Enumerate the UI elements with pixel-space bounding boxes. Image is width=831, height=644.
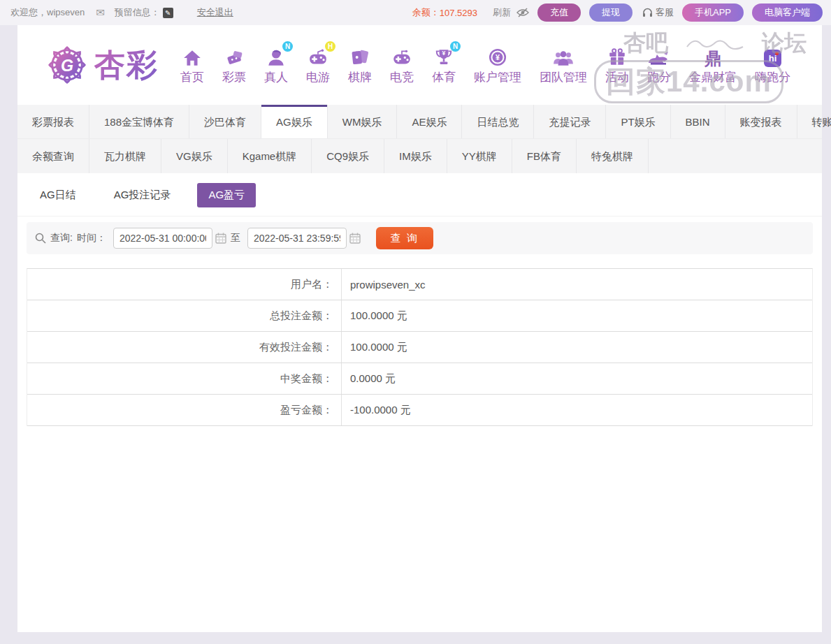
report-tabstrip: 彩票报表 188金宝博体育 沙巴体育 AG娱乐 WM娱乐 AE娱乐 日结总览 充… bbox=[17, 105, 822, 173]
tab-188-sports[interactable]: 188金宝博体育 bbox=[89, 105, 189, 138]
rhino-icon bbox=[647, 49, 671, 67]
main-card: G 杏彩 首页 彩票 N 真人 bbox=[17, 25, 822, 632]
tab-bbin[interactable]: BBIN bbox=[671, 105, 725, 138]
balance-value: 107.5293 bbox=[440, 8, 477, 18]
date-to-input[interactable] bbox=[247, 228, 347, 249]
nav-item-slots[interactable]: H 电游 bbox=[306, 45, 330, 85]
tab-yy-boardgames[interactable]: YY棋牌 bbox=[447, 139, 512, 173]
row-value: 100.0000 元 bbox=[342, 300, 407, 331]
row-label: 用户名： bbox=[27, 269, 342, 300]
service-label: 客服 bbox=[656, 6, 674, 19]
tab-ag-entertainment[interactable]: AG娱乐 bbox=[261, 105, 328, 138]
logout-link[interactable]: 安全退出 bbox=[197, 6, 233, 19]
search-panel: 查询: 时间： 至 查 询 bbox=[27, 222, 813, 254]
nav-item-home[interactable]: 首页 bbox=[180, 45, 204, 85]
nav-item-promotions[interactable]: 活动 bbox=[605, 45, 629, 85]
tab-tetu-boardgames[interactable]: 特兔棋牌 bbox=[577, 139, 649, 173]
nav-item-account[interactable]: ¥ 账户管理 bbox=[474, 45, 521, 85]
subtab-ag-bet-records[interactable]: AG投注记录 bbox=[103, 183, 182, 207]
trophy-icon: ¥ bbox=[434, 47, 454, 67]
svg-text:G: G bbox=[61, 57, 73, 75]
hi-app-icon: hi bbox=[764, 50, 781, 67]
nav-item-board-games[interactable]: 棋牌 bbox=[348, 45, 372, 85]
headset-icon bbox=[642, 8, 653, 17]
tab-fb-sports[interactable]: FB体育 bbox=[512, 139, 577, 173]
nav-item-live[interactable]: N 真人 bbox=[264, 45, 288, 85]
tab-row-1: 彩票报表 188金宝博体育 沙巴体育 AG娱乐 WM娱乐 AE娱乐 日结总览 充… bbox=[17, 105, 822, 139]
tab-account-change-report[interactable]: 账变报表 bbox=[725, 105, 797, 138]
logo-flower-icon: G bbox=[45, 43, 89, 87]
ding-icon: 鼎 bbox=[704, 50, 721, 67]
nav-item-esports[interactable]: 电竞 bbox=[390, 45, 414, 85]
svg-text:¥: ¥ bbox=[496, 53, 500, 61]
tab-balance-query[interactable]: 余额查询 bbox=[17, 139, 89, 173]
tab-wali-boardgames[interactable]: 瓦力棋牌 bbox=[89, 139, 161, 173]
customer-service-button[interactable]: 客服 bbox=[642, 6, 674, 19]
ag-subtabs: AG日结 AG投注记录 AG盈亏 bbox=[17, 173, 822, 217]
slot-gamepad-icon bbox=[308, 49, 328, 67]
red-dot bbox=[775, 52, 779, 55]
tab-kgame-boardgames[interactable]: Kgame棋牌 bbox=[228, 139, 312, 173]
cards-icon bbox=[350, 47, 370, 67]
tab-vg-entertainment[interactable]: VG娱乐 bbox=[161, 139, 228, 173]
query-label: 查询: bbox=[50, 232, 73, 244]
team-icon bbox=[553, 49, 574, 67]
row-value: 100.0000 元 bbox=[342, 332, 407, 363]
home-icon bbox=[182, 49, 202, 67]
recharge-button[interactable]: 充值 bbox=[537, 3, 581, 22]
mail-icon[interactable]: ✉ bbox=[96, 6, 105, 19]
pc-client-button[interactable]: 电脑客户端 bbox=[752, 3, 823, 22]
table-row-total-bet: 总投注金额： 100.0000 元 bbox=[27, 300, 812, 332]
new-badge: N bbox=[450, 41, 461, 52]
svg-text:¥: ¥ bbox=[442, 50, 446, 57]
table-row-profit-loss: 盈亏金额： -100.0000 元 bbox=[27, 395, 812, 426]
tab-cq9-entertainment[interactable]: CQ9娱乐 bbox=[312, 139, 384, 173]
tab-pt-entertainment[interactable]: PT娱乐 bbox=[606, 105, 670, 138]
time-label: 时间： bbox=[77, 232, 106, 244]
tab-transfer-report[interactable]: 转账报表 bbox=[797, 105, 831, 138]
new-badge: N bbox=[282, 41, 293, 52]
main-nav: 首页 彩票 N 真人 H 电游 bbox=[171, 45, 800, 85]
tab-deposit-withdraw-records[interactable]: 充提记录 bbox=[534, 105, 606, 138]
table-row-win-amount: 中奖金额： 0.0000 元 bbox=[27, 363, 812, 395]
edit-pencil-icon[interactable]: ✎ bbox=[163, 8, 173, 18]
gift-icon bbox=[607, 47, 627, 67]
yuan-coin-icon: ¥ bbox=[488, 47, 507, 67]
tab-ae-entertainment[interactable]: AE娱乐 bbox=[397, 105, 462, 138]
mobile-app-button[interactable]: 手机APP bbox=[682, 3, 744, 22]
nav-item-team[interactable]: 团队管理 bbox=[540, 45, 587, 85]
topbar: 欢迎您，wipseven ✉ 预留信息： ✎ 安全退出 余额： 107.5293… bbox=[0, 0, 831, 25]
row-value: 0.0000 元 bbox=[342, 363, 396, 394]
tab-row-2: 余额查询 瓦力棋牌 VG娱乐 Kgame棋牌 CQ9娱乐 IM娱乐 YY棋牌 F… bbox=[17, 139, 822, 173]
table-row-valid-bet: 有效投注金额： 100.0000 元 bbox=[27, 332, 812, 363]
row-label: 总投注金额： bbox=[27, 300, 342, 331]
tab-wm-entertainment[interactable]: WM娱乐 bbox=[328, 105, 398, 138]
tab-shaba-sports[interactable]: 沙巴体育 bbox=[189, 105, 261, 138]
eye-off-icon[interactable] bbox=[516, 8, 529, 17]
esports-gamepad-icon bbox=[391, 49, 412, 67]
nav-item-jinding-wealth[interactable]: 鼎 金鼎财富 bbox=[689, 45, 737, 85]
date-from-input[interactable] bbox=[113, 228, 212, 249]
refresh-button[interactable]: 刷新 bbox=[493, 6, 511, 19]
tab-lottery-report[interactable]: 彩票报表 bbox=[17, 105, 89, 138]
site-logo[interactable]: G 杏彩 bbox=[45, 43, 159, 87]
calendar-icon-to[interactable] bbox=[349, 233, 361, 244]
profit-loss-table: 用户名： prowipseven_xc 总投注金额： 100.0000 元 有效… bbox=[27, 268, 813, 426]
nav-item-paofen[interactable]: 跑分 bbox=[647, 45, 671, 85]
subtab-ag-profit-loss[interactable]: AG盈亏 bbox=[197, 183, 256, 207]
nav-item-sports[interactable]: ¥ N 体育 bbox=[432, 45, 456, 85]
tab-im-entertainment[interactable]: IM娱乐 bbox=[384, 139, 447, 173]
ticket-icon bbox=[224, 49, 244, 67]
search-submit-button[interactable]: 查 询 bbox=[376, 227, 433, 249]
calendar-icon-from[interactable] bbox=[215, 233, 226, 244]
row-value: prowipseven_xc bbox=[342, 269, 426, 300]
subtab-ag-daily[interactable]: AG日结 bbox=[29, 183, 87, 207]
reserved-message-label: 预留信息： bbox=[115, 6, 160, 19]
row-value: -100.0000 元 bbox=[342, 395, 411, 425]
row-label: 中奖金额： bbox=[27, 363, 342, 394]
withdraw-button[interactable]: 提现 bbox=[589, 3, 633, 22]
site-header: G 杏彩 首页 彩票 N 真人 bbox=[17, 25, 822, 105]
nav-item-hi-paofen[interactable]: hi 嗨跑分 bbox=[755, 45, 790, 85]
tab-daily-summary[interactable]: 日结总览 bbox=[462, 105, 534, 138]
nav-item-lottery[interactable]: 彩票 bbox=[222, 45, 246, 85]
